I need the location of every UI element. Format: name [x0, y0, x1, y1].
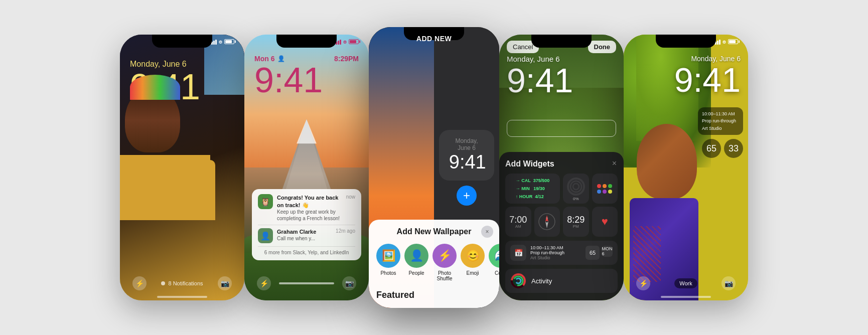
num65-widget[interactable]: 65: [586, 246, 600, 260]
dots-grid: [597, 184, 612, 194]
add-new-wallpaper-sheet: Add New Wallpaper × 🖼️ Photos 👤 People ⚡: [369, 220, 499, 308]
color-icon: 🌊: [489, 244, 499, 268]
phone2-screen: ⌾ Mon 6 👤 8:29PM: [244, 35, 369, 300]
time-pm-widget[interactable]: 8:29 PM: [563, 207, 589, 237]
phone2-flashlight[interactable]: ⚡: [257, 276, 271, 290]
notif-divider: [258, 225, 355, 225]
phone5-flashlight[interactable]: ⚡: [636, 276, 650, 290]
phone3-screen: ADD NEW Monday, June 6 9:41 +: [369, 27, 499, 308]
notif2-text: Graham Clarke 12m ago Call me when y...: [277, 228, 355, 242]
phone1-background: ⌾ Monday, June 6 9:41: [120, 35, 244, 300]
flashlight-icon[interactable]: ⚡: [132, 276, 147, 290]
phone2-notch: [276, 35, 337, 48]
rings-value: 0%: [573, 197, 579, 201]
notif-more: 6 more from Slack, Yelp, and LinkedIn: [258, 250, 355, 255]
wallpaper-option-color[interactable]: 🌊 Color: [489, 244, 499, 281]
phone1-screen: ⌾ Monday, June 6 9:41: [120, 35, 244, 300]
cal-numbers: → CAL 375/500→ MIN 19/30↑ HOUR 4/12: [516, 177, 549, 201]
phone5-event-widget[interactable]: 10:00–11:30 AMProp run-throughArt Studio: [698, 107, 743, 135]
phone2-frame: ⌾ Mon 6 👤 8:29PM: [244, 35, 369, 300]
phone2-camera[interactable]: 📷: [342, 276, 356, 290]
phone5-camera[interactable]: 📷: [721, 276, 736, 290]
contact-icon: 👤: [258, 228, 273, 243]
phone4-wrapper: Cancel Done Monday, June 6 9:41 Add Widg…: [499, 35, 624, 300]
event-location: Art Studio: [530, 255, 564, 260]
home-swipe-bar: [279, 282, 334, 284]
activity-label: Activity: [531, 277, 552, 285]
notif1-text: Congrats! You are back on track! 👋 now K…: [277, 194, 355, 222]
phone5-status-icons: ⌾: [713, 39, 738, 45]
phone5-num65[interactable]: 65: [702, 139, 721, 158]
notif2-time: 12m ago: [336, 228, 355, 234]
wallpaper-option-emoji[interactable]: 😊 Emoji: [461, 244, 485, 281]
phone1-frame: ⌾ Monday, June 6 9:41: [120, 35, 244, 300]
phone3-dark-time: 9:41: [449, 151, 485, 173]
wallpaper-option-people[interactable]: 👤 People: [404, 244, 428, 281]
cal-widget[interactable]: → CAL 375/500→ MIN 19/30↑ HOUR 4/12: [505, 174, 560, 204]
duolingo-icon: 🦉: [258, 194, 273, 209]
wallpaper-option-photos[interactable]: 🖼️ Photos: [376, 244, 400, 281]
phone5-clock: 9:41: [674, 63, 741, 97]
phone2-time-status: 8:29PM: [334, 55, 359, 63]
notification-item-2: 👤 Graham Clarke 12m ago Call me when y..…: [258, 228, 355, 243]
phone5-num33[interactable]: 33: [724, 139, 743, 158]
event-text: 10:00–11:30 AM Prop run-through Art Stud…: [530, 245, 564, 260]
time-pm-value: 8:29: [567, 215, 585, 224]
phone2-bottom: ⚡ 📷: [244, 276, 369, 290]
add-new-label: ADD NEW: [369, 35, 499, 43]
phone5-screen: ⌾ Monday, June 6 9:41: [624, 35, 748, 300]
notification-item-1: 🦉 Congrats! You are back on track! 👋 now…: [258, 194, 355, 222]
phone2-wrapper: ⌾ Mon 6 👤 8:29PM: [244, 35, 369, 300]
widget-grid: → CAL 375/500→ MIN 19/30↑ HOUR 4/12 0%: [505, 174, 618, 237]
compass-widget[interactable]: N: [534, 207, 560, 237]
activity-rings: [510, 273, 526, 289]
phone5-widgets: 10:00–11:30 AMProp run-throughArt Studio…: [698, 107, 743, 158]
rings-widget[interactable]: 0%: [563, 174, 589, 204]
event-title: Prop run-through: [530, 250, 564, 255]
done-button[interactable]: Done: [588, 41, 617, 53]
phone2-status-icons: ⌾: [334, 39, 359, 45]
svg-text:N: N: [546, 217, 548, 220]
phone2-datetime: Mon 6 👤 8:29PM 9:41: [254, 55, 359, 98]
phone4-frame: Cancel Done Monday, June 6 9:41 Add Widg…: [499, 35, 624, 300]
time-pm-sub: PM: [573, 224, 579, 229]
wifi-icon: ⌾: [219, 39, 222, 45]
phone5-home-indicator: [661, 296, 711, 298]
event-widget[interactable]: 📅 10:00–11:30 AM Prop run-through Art St…: [505, 241, 618, 265]
wallpaper-option-photoshuffle[interactable]: ⚡ Photo Shuffle: [432, 244, 457, 281]
people-icon: 👤: [404, 244, 428, 268]
add-wallpaper-plus-button[interactable]: +: [457, 186, 477, 206]
activity-widget[interactable]: Activity: [505, 269, 618, 293]
sheet-title: Add New Wallpaper: [376, 227, 492, 236]
phone5-event-text: 10:00–11:30 AMProp run-throughArt Studio: [702, 110, 739, 132]
work-tag: Work: [674, 278, 697, 288]
heart-widget[interactable]: ♥: [592, 207, 618, 237]
camera-icon[interactable]: 📷: [218, 276, 232, 290]
phone4-background: Cancel Done Monday, June 6 9:41 Add Widg…: [499, 35, 624, 300]
emoji-label: Emoji: [466, 270, 479, 276]
svg-point-5: [573, 184, 579, 190]
phone5-bottom-bar: ⚡ Work 📷: [624, 276, 748, 290]
notif-divider2: [258, 246, 355, 247]
dots-widget[interactable]: [592, 174, 618, 204]
time-am-widget[interactable]: 7:00 AM: [505, 207, 531, 237]
wallpaper-options-list: 🖼️ Photos 👤 People ⚡ Photo Shuffle 😊 Emo…: [376, 244, 492, 281]
sheet-close-button[interactable]: ×: [481, 226, 493, 238]
compass-svg: N: [538, 213, 556, 231]
widgets-panel: Add Widgets × → CAL 375/500→ MIN 19/30↑ …: [499, 152, 624, 300]
phone1-status-icons: ⌾: [209, 39, 234, 45]
event-controls: 65 MON6: [586, 246, 613, 260]
phone5-wrapper: ⌾ Monday, June 6 9:41: [624, 35, 748, 300]
phone3-dark-date: Monday, June 6: [449, 137, 485, 151]
widgets-close-button[interactable]: ×: [612, 159, 617, 168]
svg-marker-8: [545, 222, 548, 228]
photos-label: Photos: [380, 270, 396, 276]
widgets-title: Add Widgets: [505, 159, 618, 169]
event-calendar-icon: 📅: [510, 245, 526, 261]
mon6-widget[interactable]: MON6: [602, 246, 613, 257]
time-am-sub: AM: [515, 224, 521, 229]
time-am-value: 7:00: [509, 215, 527, 224]
photoshuffle-label: Photo Shuffle: [432, 270, 457, 281]
phone4-widget-placeholder[interactable]: [507, 120, 616, 137]
heart-icon: ♥: [602, 215, 608, 228]
